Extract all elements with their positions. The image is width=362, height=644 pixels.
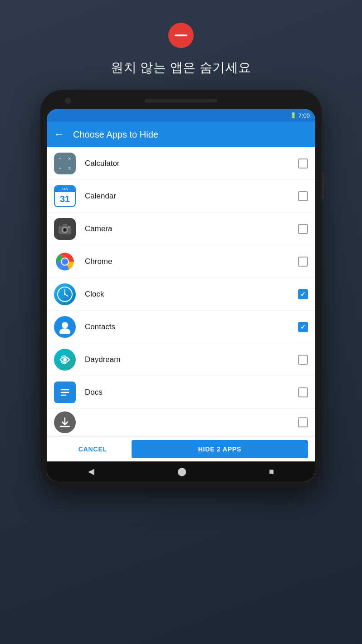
list-item[interactable]: Docs bbox=[47, 376, 315, 409]
recents-nav-button[interactable]: ■ bbox=[269, 467, 274, 476]
app-name-docs: Docs bbox=[85, 388, 298, 397]
phone-frame: 🔋 7:00 ← Choose Apps to Hide −× +≡ Calcu… bbox=[40, 90, 322, 488]
headline-text: 원치 않는 앱은 숨기세요 bbox=[111, 59, 251, 76]
home-nav-button[interactable]: ⬤ bbox=[177, 466, 186, 476]
list-item[interactable] bbox=[47, 409, 315, 436]
app-bar-title: Choose Apps to Hide bbox=[73, 129, 158, 140]
list-item[interactable]: Contacts bbox=[47, 311, 315, 343]
hide-button[interactable]: HIDE 2 APPS bbox=[132, 440, 308, 458]
top-area: 원치 않는 앱은 숨기세요 bbox=[111, 23, 251, 76]
svg-point-5 bbox=[68, 226, 70, 228]
list-item[interactable]: JAN 31 Calendar bbox=[47, 180, 315, 213]
phone-screen: 🔋 7:00 ← Choose Apps to Hide −× +≡ Calcu… bbox=[47, 109, 315, 481]
camera-checkbox[interactable] bbox=[298, 224, 308, 234]
status-bar: 🔋 7:00 bbox=[47, 109, 315, 122]
clock-icon bbox=[54, 283, 76, 305]
svg-point-15 bbox=[63, 358, 67, 362]
contacts-checkbox[interactable] bbox=[298, 322, 308, 332]
nav-bar: ◀ ⬤ ■ bbox=[47, 461, 315, 481]
svg-point-13 bbox=[62, 322, 68, 328]
side-button bbox=[322, 172, 324, 199]
svg-point-8 bbox=[62, 258, 68, 265]
battery-icon: 🔋 bbox=[290, 112, 297, 119]
calendar-icon: JAN 31 bbox=[54, 185, 76, 207]
camera-icon bbox=[54, 218, 76, 240]
app-name-clock: Clock bbox=[85, 290, 298, 299]
app-bar: ← Choose Apps to Hide bbox=[47, 122, 315, 147]
status-time: 7:00 bbox=[298, 112, 310, 119]
app-list: −× +≡ Calculator JAN 31 Calendar bbox=[47, 147, 315, 436]
downloads-checkbox[interactable] bbox=[298, 417, 308, 427]
camera-dot bbox=[65, 98, 71, 104]
calendar-checkbox[interactable] bbox=[298, 191, 308, 201]
contacts-icon bbox=[54, 316, 76, 338]
list-item[interactable]: Daydream bbox=[47, 343, 315, 376]
app-name-calculator: Calculator bbox=[85, 159, 298, 168]
svg-rect-4 bbox=[63, 224, 67, 226]
back-button[interactable]: ← bbox=[54, 129, 64, 140]
daydream-checkbox[interactable] bbox=[298, 355, 308, 365]
speaker-bar bbox=[145, 99, 217, 103]
docs-icon bbox=[54, 381, 76, 403]
list-item[interactable]: −× +≡ Calculator bbox=[47, 147, 315, 180]
minus-icon bbox=[168, 23, 194, 48]
list-item[interactable]: Chrome bbox=[47, 245, 315, 278]
app-name-calendar: Calendar bbox=[85, 192, 298, 201]
docs-checkbox[interactable] bbox=[298, 387, 308, 397]
action-bar: CANCEL HIDE 2 APPS bbox=[47, 436, 315, 461]
app-name-chrome: Chrome bbox=[85, 257, 298, 266]
calculator-icon: −× +≡ bbox=[54, 153, 76, 174]
list-item[interactable]: Clock bbox=[47, 278, 315, 311]
chrome-checkbox[interactable] bbox=[298, 257, 308, 267]
back-nav-button[interactable]: ◀ bbox=[88, 466, 94, 476]
app-name-camera: Camera bbox=[85, 224, 298, 233]
app-name-daydream: Daydream bbox=[85, 355, 298, 364]
chrome-icon bbox=[54, 251, 76, 272]
svg-point-12 bbox=[64, 293, 66, 295]
svg-point-14 bbox=[59, 328, 70, 334]
cancel-button[interactable]: CANCEL bbox=[54, 446, 132, 453]
app-name-contacts: Contacts bbox=[85, 322, 298, 332]
downloads-icon bbox=[54, 411, 76, 433]
daydream-icon bbox=[54, 349, 76, 371]
list-item[interactable]: Camera bbox=[47, 213, 315, 245]
phone-top-bar bbox=[47, 99, 315, 103]
svg-point-3 bbox=[64, 228, 66, 231]
clock-checkbox[interactable] bbox=[298, 289, 308, 299]
calculator-checkbox[interactable] bbox=[298, 159, 308, 168]
